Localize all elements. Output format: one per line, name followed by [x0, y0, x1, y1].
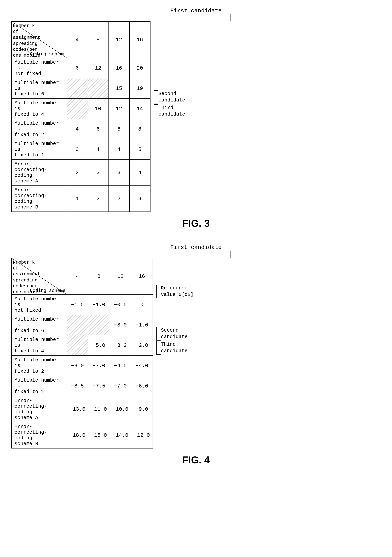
- fig3-title: FIG. 3: [11, 218, 381, 229]
- fig3-second-candidate-bracket: Secondcandidate: [153, 90, 185, 104]
- fig4-row-5-val-3: −9.0: [131, 396, 153, 422]
- fig4-third-candidate-bracket: Thirdcandidate: [155, 341, 194, 355]
- fig3-row-5-val-1: 3: [88, 160, 108, 186]
- fig4-row-1-label: Multiple number isfixed to 6: [12, 315, 67, 335]
- fig3-row-2: Multiple number isfixed to 4 10 12 14: [12, 99, 150, 119]
- fig3-row-3: Multiple number isfixed to 2 4 6 8 8: [12, 119, 150, 139]
- fig4-row-3-val-3: −4.0: [131, 356, 153, 376]
- fig3-row-2-val-2: 12: [108, 99, 129, 119]
- fig4-title: FIG. 4: [11, 454, 381, 466]
- fig4-row-4-label: Multiple number isfixed to 1: [12, 376, 67, 396]
- fig4-second-candidate-bracket: Secondcandidate: [155, 327, 194, 341]
- fig4-row-1-val-0: [67, 315, 88, 335]
- fig4-row-1: Multiple number isfixed to 6 −3.0 −1.0: [12, 315, 153, 335]
- fig3-row-1-label: Multiple number isfixed to 6: [12, 78, 67, 99]
- fig3-row-3-val-1: 6: [88, 119, 108, 139]
- fig4-row-3-val-2: −4.5: [110, 356, 131, 376]
- fig3-header-row: Number k of assignment spreading codes(p…: [12, 22, 150, 58]
- fig3-row-6-val-0: 1: [67, 186, 88, 212]
- fig3-second-candidate-label: Secondcandidate: [158, 91, 185, 104]
- fig4-row-5-label: Error-correcting-codingscheme A: [12, 396, 67, 422]
- fig3-row-2-label: Multiple number isfixed to 4: [12, 99, 67, 119]
- fig4-row-2-val-2: −3.2: [110, 335, 131, 356]
- fig4-row-5: Error-correcting-codingscheme A −13.0 −1…: [12, 396, 153, 422]
- fig4-header-cell: Number k of assignment spreading codes(p…: [12, 258, 67, 295]
- fig3-row-0-label: Multiple number isnot fixed: [12, 58, 67, 78]
- fig4-reference-value-bracket: Referencevalue 0[dB]: [155, 285, 194, 299]
- fig4-first-candidate-label: First candidate: [11, 244, 381, 251]
- fig3-row-3-label: Multiple number isfixed to 2: [12, 119, 67, 139]
- fig3-row-3-val-0: 4: [67, 119, 88, 139]
- fig4-row-0-val-0: −1.5: [67, 295, 88, 315]
- fig4-col-header-16: 16: [131, 258, 153, 295]
- fig4-block: First candidate Number k of assignment s…: [11, 244, 381, 466]
- fig3-first-candidate-label: First candidate: [11, 8, 381, 14]
- fig4-row-2-label: Multiple number isfixed to 4: [12, 335, 67, 356]
- fig3-row-5-val-3: 4: [129, 160, 150, 186]
- fig4-row-4-val-0: −8.5: [67, 376, 88, 396]
- fig3-row-1-val-0: [67, 78, 88, 99]
- fig3-row-5-val-0: 2: [67, 160, 88, 186]
- fig4-table: Number k of assignment spreading codes(p…: [11, 258, 153, 449]
- fig4-row-5-val-2: −10.0: [110, 396, 131, 422]
- fig3-second-bracket-icon: [153, 90, 158, 104]
- fig4-col-header-12: 12: [110, 258, 131, 295]
- fig3-row-1: Multiple number isfixed to 6 15 19: [12, 78, 150, 99]
- fig4-header-bottom-text: Coding scheme: [30, 288, 65, 293]
- fig3-header-cell: Number k of assignment spreading codes(p…: [12, 22, 67, 58]
- fig3-header-bottom-text: Coding scheme: [30, 51, 65, 57]
- fig4-header-row: Number k of assignment spreading codes(p…: [12, 258, 153, 295]
- fig3-row-3-val-2: 8: [108, 119, 129, 139]
- fig3-row-5: Error-correcting-codingscheme A 2 3 3 4: [12, 160, 150, 186]
- fig4-row-0-val-3: 0: [131, 295, 153, 315]
- fig4-row-6-val-3: −12.0: [131, 422, 153, 449]
- fig4-row-6-label: Error-correcting-codingscheme B: [12, 422, 67, 449]
- fig3-table: Number k of assignment spreading codes(p…: [11, 21, 150, 212]
- fig4-row-6: Error-correcting-codingscheme B −18.0 −1…: [12, 422, 153, 449]
- fig3-row-1-val-3: 19: [129, 78, 150, 99]
- fig3-row-3-val-3: 8: [129, 119, 150, 139]
- fig3-row-4-val-3: 5: [129, 139, 150, 160]
- fig4-row-4-val-3: −6.0: [131, 376, 153, 396]
- fig3-row-0-val-0: 6: [67, 58, 88, 78]
- fig3-row-5-val-2: 3: [108, 160, 129, 186]
- fig4-row-4: Multiple number isfixed to 1 −8.5 −7.5 −…: [12, 376, 153, 396]
- fig4-row-5-val-0: −13.0: [67, 396, 88, 422]
- fig3-row-2-val-0: [67, 99, 88, 119]
- fig4-reference-value-label: Referencevalue 0[dB]: [161, 285, 194, 298]
- fig4-col-header-4: 4: [67, 258, 88, 295]
- fig4-col-header-8: 8: [88, 258, 110, 295]
- fig4-row-6-val-0: −18.0: [67, 422, 88, 449]
- fig3-row-4-val-0: 3: [67, 139, 88, 160]
- fig3-row-2-val-3: 14: [129, 99, 150, 119]
- fig3-third-bracket-icon: [153, 104, 158, 118]
- fig4-row-6-val-2: −14.0: [110, 422, 131, 449]
- fig3-row-1-val-1: [88, 78, 108, 99]
- fig3-row-6-val-2: 2: [108, 186, 129, 212]
- fig4-row-0: Multiple number isnot fixed −1.5 −1.0 −0…: [12, 295, 153, 315]
- fig3-block: First candidate Number k of assignment s…: [11, 8, 381, 229]
- fig3-col-header-12: 12: [108, 22, 129, 58]
- fig4-row-2-val-0: [67, 335, 88, 356]
- fig4-row-3-label: Multiple number isfixed to 2: [12, 356, 67, 376]
- fig3-row-6-label: Error-correcting-codingscheme B: [12, 186, 67, 212]
- fig4-row-4-val-1: −7.5: [88, 376, 110, 396]
- fig4-row-4-val-2: −7.0: [110, 376, 131, 396]
- fig4-row-0-label: Multiple number isnot fixed: [12, 295, 67, 315]
- fig4-third-candidate-label: Thirdcandidate: [161, 341, 188, 354]
- fig3-row-4-val-2: 4: [108, 139, 129, 160]
- fig4-table-wrapper: Number k of assignment spreading codes(p…: [11, 258, 381, 449]
- fig4-row-2: Multiple number isfixed to 4 −5.0 −3.2 −…: [12, 335, 153, 356]
- fig4-second-candidate-label: Secondcandidate: [161, 327, 188, 340]
- fig4-row-6-val-1: −15.0: [88, 422, 110, 449]
- fig4-reference-bracket-icon: [155, 285, 161, 299]
- fig3-row-0-val-1: 12: [88, 58, 108, 78]
- fig4-row-2-val-1: −5.0: [88, 335, 110, 356]
- fig3-row-4-label: Multiple number isfixed to 1: [12, 139, 67, 160]
- fig3-row-0-val-3: 20: [129, 58, 150, 78]
- fig4-third-bracket-icon: [155, 341, 161, 355]
- fig3-third-candidate-bracket: Thirdcandidate: [153, 104, 185, 118]
- fig3-table-wrapper: Number k of assignment spreading codes(p…: [11, 21, 381, 212]
- fig4-row-0-val-2: −0.5: [110, 295, 131, 315]
- fig3-row-6-val-1: 2: [88, 186, 108, 212]
